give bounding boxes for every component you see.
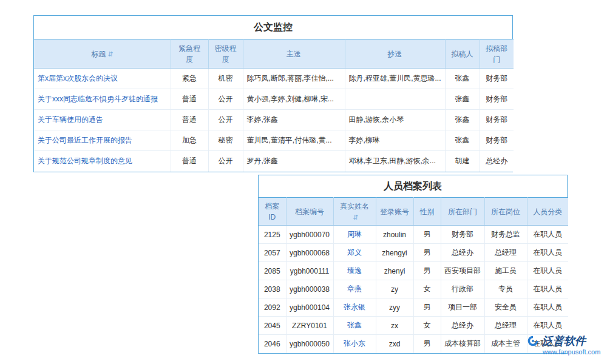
personnel-id-cell: 2038: [259, 280, 286, 298]
doc-col-title-label: 标题: [91, 50, 106, 58]
personnel-gender-cell: 女: [413, 280, 441, 298]
doc-drafter-cell: 张鑫: [445, 130, 480, 151]
doc-title-link[interactable]: 关于xxx同志临危不惧勇斗歹徒的通报: [34, 89, 171, 110]
personnel-name-link[interactable]: 臻逸: [333, 262, 376, 280]
doc-main-send-cell: 陈巧凤,断郎,蒋丽,李佳怡,...: [243, 69, 345, 89]
doc-table-row: 关于公司最近工作开展的报告 加急 秘密 董川民,董清平,付伟璐,黄... 李婷,…: [34, 130, 514, 151]
personnel-gender-cell: 女: [413, 317, 441, 335]
doc-col-title[interactable]: 标题⇵: [34, 39, 171, 69]
personnel-gender-cell: 男: [413, 335, 441, 353]
personnel-table-row: 2046 ygbh000050 张小东 zxd 男 成本核算部 成本主管 在职人…: [259, 335, 568, 353]
doc-main-send-cell: 董川民,董清平,付伟璐,黄...: [243, 130, 345, 151]
doc-security-cell: 公开: [208, 89, 243, 110]
personnel-gender-cell: 男: [413, 262, 441, 280]
personnel-category-cell: 在职人员: [527, 280, 568, 298]
doc-col-security: 密级程度: [208, 39, 243, 69]
personnel-col-position: 所在岗位: [484, 198, 527, 226]
personnel-id-cell: 2125: [259, 226, 286, 244]
personnel-table-row: 2085 ygbh000111 臻逸 zhenyi 男 西安项目部 施工员 在职…: [259, 262, 568, 280]
personnel-code-cell: ygbh000050: [286, 335, 333, 353]
personnel-gender-cell: 男: [413, 244, 441, 262]
doc-col-urgency: 紧急程度: [171, 39, 208, 69]
doc-monitor-panel: 公文监控 标题⇵ 紧急程度 密级程度 主送 抄送 拟稿人 拟稿部门: [33, 15, 513, 172]
personnel-account-cell: zx: [376, 317, 413, 335]
personnel-id-cell: 2092: [259, 298, 286, 317]
personnel-position-cell: 总经理: [484, 244, 527, 262]
personnel-name-link[interactable]: 张小东: [333, 335, 376, 353]
doc-col-main-send: 主送: [243, 39, 345, 69]
personnel-gender-cell: 男: [413, 298, 441, 317]
doc-col-cc: 抄送: [345, 39, 445, 69]
doc-col-drafter: 拟稿人: [445, 39, 480, 69]
doc-cc-cell: 陈丹,程亚雄,董川民,黄思璐...: [345, 69, 445, 89]
doc-security-cell: 机密: [208, 69, 243, 89]
personnel-account-cell: zy: [376, 280, 413, 298]
personnel-table-row: 2092 ygbh000104 张永银 zyy 男 项目一部 安全员 在职人员: [259, 298, 568, 317]
personnel-col-name-label: 真实姓名: [340, 202, 369, 211]
personnel-col-name[interactable]: 真实姓名⇵: [333, 198, 376, 226]
doc-title-link[interactable]: 关于公司最近工作开展的报告: [34, 130, 171, 151]
personnel-table-row: 2125 ygbh000070 周琳 zhoulin 男 财务部 财务总监 在职…: [259, 226, 568, 244]
personnel-account-cell: zhoulin: [376, 226, 413, 244]
doc-col-draft-dept: 拟稿部门: [480, 39, 514, 69]
doc-dept-cell: 财务部: [480, 130, 514, 151]
personnel-department-cell: 西安项目部: [441, 262, 484, 280]
sort-icon[interactable]: ⇵: [353, 214, 358, 221]
personnel-position-cell: 施工员: [484, 262, 527, 280]
personnel-name-link[interactable]: 周琳: [333, 226, 376, 244]
doc-cc-cell: 田静,游恢,余小琴: [345, 110, 445, 130]
page-canvas: 公文监控 标题⇵ 紧急程度 密级程度 主送 抄送 拟稿人 拟稿部门: [0, 0, 607, 364]
personnel-col-id: 档案ID: [259, 198, 286, 226]
personnel-category-cell: 在职人员: [527, 317, 568, 335]
personnel-account-cell: zhenyi: [376, 262, 413, 280]
personnel-archive-panel: 人员档案列表 档案ID 档案编号 真实姓名⇵ 登录账号 性别 所在部门 所在岗位…: [258, 175, 568, 354]
doc-title-link[interactable]: 第x届第x次股东会的决议: [34, 69, 171, 89]
personnel-gender-cell: 男: [413, 226, 441, 244]
doc-table-row: 关于车辆使用的通告 普通 公开 李婷,张鑫 田静,游恢,余小琴 张鑫 财务部: [34, 110, 514, 130]
personnel-name-link[interactable]: 郑义: [333, 244, 376, 262]
personnel-table: 档案ID 档案编号 真实姓名⇵ 登录账号 性别 所在部门 所在岗位 人员分类 2…: [259, 197, 568, 353]
doc-dept-cell: 财务部: [480, 110, 514, 130]
personnel-table-row: 2038 ygbh000038 章燕 zy 女 行政部 专员 在职人员: [259, 280, 568, 298]
doc-dept-cell: 财务部: [480, 89, 514, 110]
doc-title-link[interactable]: 关于车辆使用的通告: [34, 110, 171, 130]
doc-security-cell: 公开: [208, 110, 243, 130]
personnel-table-row: 2057 ygbh000068 郑义 zhengyi 男 总经办 总经理 在职人…: [259, 244, 568, 262]
doc-dept-cell: 总经办: [480, 151, 514, 172]
personnel-category-cell: 在职人员: [527, 298, 568, 317]
personnel-code-cell: ZZRY0101: [286, 317, 333, 335]
doc-urgency-cell: 普通: [171, 110, 208, 130]
personnel-name-link[interactable]: 张永银: [333, 298, 376, 317]
personnel-position-cell: 成本主管: [484, 335, 527, 353]
personnel-code-cell: ygbh000068: [286, 244, 333, 262]
doc-main-send-cell: 黄小强,李婷,刘健,柳琳,宋...: [243, 89, 345, 110]
personnel-position-cell: 总经理: [484, 317, 527, 335]
personnel-code-cell: ygbh000038: [286, 280, 333, 298]
personnel-account-cell: zhengyi: [376, 244, 413, 262]
doc-urgency-cell: 紧急: [171, 69, 208, 89]
personnel-position-cell: 财务总监: [484, 226, 527, 244]
personnel-id-cell: 2057: [259, 244, 286, 262]
personnel-position-cell: 安全员: [484, 298, 527, 317]
sort-icon[interactable]: ⇵: [107, 50, 113, 58]
doc-main-send-cell: 罗丹,张鑫: [243, 151, 345, 172]
doc-table: 标题⇵ 紧急程度 密级程度 主送 抄送 拟稿人 拟稿部门 第x届第x次股东会的决…: [34, 39, 514, 172]
personnel-id-cell: 2085: [259, 262, 286, 280]
personnel-id-cell: 2045: [259, 317, 286, 335]
brand-name: 泛普软件: [542, 334, 586, 348]
personnel-department-cell: 项目一部: [441, 298, 484, 317]
doc-security-cell: 秘密: [208, 130, 243, 151]
personnel-department-cell: 财务部: [441, 226, 484, 244]
doc-urgency-cell: 加急: [171, 130, 208, 151]
personnel-name-link[interactable]: 张鑫: [333, 317, 376, 335]
personnel-name-link[interactable]: 章燕: [333, 280, 376, 298]
doc-security-cell: 公开: [208, 151, 243, 172]
personnel-table-row: 2045 ZZRY0101 张鑫 zx 女 总经办 总经理 在职人员: [259, 317, 568, 335]
doc-cc-cell: 李婷,柳琳: [345, 130, 445, 151]
doc-title-link[interactable]: 关于规范公司规章制度的意见: [34, 151, 171, 172]
doc-table-row: 第x届第x次股东会的决议 紧急 机密 陈巧凤,断郎,蒋丽,李佳怡,... 陈丹,…: [34, 69, 514, 89]
doc-table-row: 关于规范公司规章制度的意见 普通 公开 罗丹,张鑫 邓林,李卫东,田静,游恢,余…: [34, 151, 514, 172]
personnel-code-cell: ygbh000070: [286, 226, 333, 244]
doc-cc-cell: 邓林,李卫东,田静,游恢,余...: [345, 151, 445, 172]
personnel-category-cell: 在职人员: [527, 226, 568, 244]
